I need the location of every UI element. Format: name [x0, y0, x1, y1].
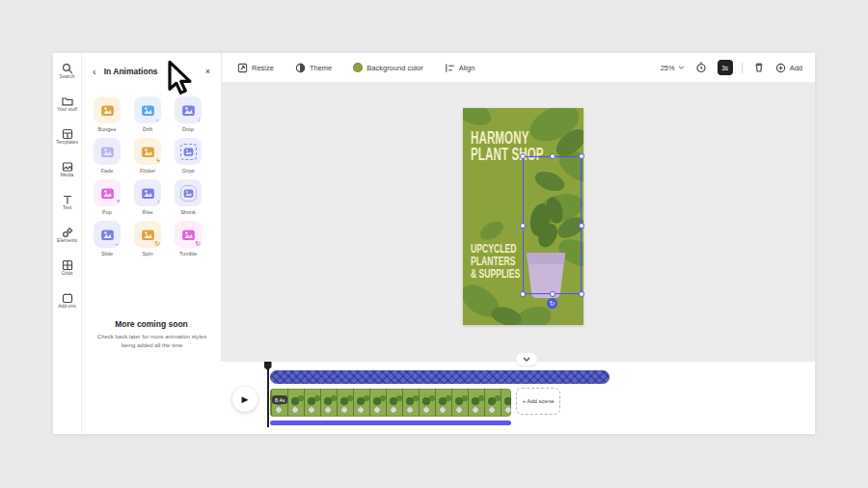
- plus-circle-icon: [775, 63, 786, 73]
- animation-tile-spin[interactable]: ↻ Spin: [134, 221, 161, 257]
- selection-handle-left[interactable]: [520, 223, 526, 229]
- drop-icon: ↓: [175, 96, 202, 123]
- pop-icon: *: [94, 179, 121, 206]
- playhead[interactable]: [267, 364, 269, 427]
- animation-tile-rise[interactable]: ↑ Rise: [134, 179, 161, 215]
- selection-handle-top[interactable]: [550, 153, 556, 159]
- text-icon: [62, 192, 73, 203]
- background-color-swatch: [353, 63, 363, 72]
- scene-filmstrip[interactable]: [270, 389, 511, 417]
- left-rail: Search Your stuff Templates Media Text E…: [53, 53, 82, 434]
- add-ons-icon: [62, 290, 73, 302]
- media-icon: [62, 159, 73, 171]
- sidebar-item-your-stuff[interactable]: Your stuff: [53, 94, 82, 126]
- animation-tile-grow[interactable]: Grow: [175, 138, 202, 174]
- drift-icon: →: [134, 96, 161, 123]
- sidebar-item-grids[interactable]: Grids: [53, 258, 82, 290]
- animation-tile-grid: Bungee → Drift ↓ Drop: [94, 96, 202, 257]
- align-button[interactable]: Align: [445, 63, 475, 73]
- top-toolbar: Resize Theme Background color Align 25%: [222, 53, 815, 82]
- tumble-icon: ↻: [175, 221, 202, 248]
- app-window: Search Your stuff Templates Media Text E…: [53, 53, 815, 434]
- more-coming-soon-heading: More coming soon: [82, 319, 221, 329]
- toolbar-divider: [742, 62, 743, 74]
- animation-tile-tumble[interactable]: ↻ Tumble: [175, 221, 202, 257]
- fade-icon: [94, 138, 121, 165]
- add-scene-button[interactable]: + Add scene: [516, 388, 560, 415]
- shrink-icon: [175, 179, 202, 206]
- add-button[interactable]: Add: [775, 63, 802, 73]
- selection-handle-bottom-right[interactable]: [579, 291, 584, 297]
- theme-button[interactable]: Theme: [295, 63, 332, 73]
- theme-icon: [295, 63, 306, 73]
- search-icon: [62, 61, 73, 72]
- toolbar-left-group: Resize Theme Background color Align: [237, 63, 475, 73]
- sidebar-item-templates[interactable]: Templates: [53, 126, 82, 159]
- spin-icon: ↻: [134, 221, 161, 248]
- scene-progress-bar[interactable]: [270, 420, 511, 425]
- templates-icon: [62, 126, 73, 138]
- selection-handle-bottom-left[interactable]: [520, 291, 526, 297]
- panel-header: ‹ In Animations ×: [82, 62, 221, 81]
- elements-icon: [62, 225, 73, 236]
- folder-icon: [62, 94, 73, 105]
- flicker-icon: ϟ: [134, 138, 161, 165]
- grow-icon: [175, 138, 202, 165]
- screen: Search Your stuff Templates Media Text E…: [0, 0, 868, 488]
- timeline-collapse-button[interactable]: [516, 353, 537, 366]
- bungee-icon: [94, 96, 121, 123]
- timer-button[interactable]: [693, 60, 709, 75]
- play-button[interactable]: ▶: [232, 387, 258, 412]
- resize-icon: [237, 63, 248, 73]
- selection-handle-right[interactable]: [579, 223, 584, 229]
- sidebar-item-text[interactable]: Text: [53, 192, 82, 225]
- back-button[interactable]: ‹: [93, 67, 96, 76]
- duration-badge-button[interactable]: 3s: [718, 60, 733, 75]
- toolbar-right-group: 25% 3s Add: [661, 60, 802, 75]
- rise-icon: ↑: [134, 179, 161, 206]
- selection-handle-top-left[interactable]: [520, 153, 526, 159]
- animation-track[interactable]: [270, 370, 610, 384]
- animation-tile-drop[interactable]: ↓ Drop: [175, 96, 202, 132]
- scene-duration-badge: 8.4s: [272, 395, 287, 404]
- sidebar-item-elements[interactable]: Elements: [53, 225, 82, 258]
- animation-tile-fade[interactable]: Fade: [94, 138, 121, 174]
- selection-handle-top-right[interactable]: [579, 153, 584, 159]
- poster-subtitle-text[interactable]: UPCYCLED PLANTERS & SUPPLIES: [471, 241, 520, 279]
- animation-tile-drift[interactable]: → Drift: [134, 96, 161, 132]
- selection-box[interactable]: ↻: [523, 156, 582, 294]
- zoom-control[interactable]: 25%: [661, 64, 685, 72]
- playhead-handle[interactable]: [264, 362, 272, 370]
- panel-title: In Animations: [104, 67, 158, 76]
- sidebar-item-search[interactable]: Search: [53, 61, 82, 94]
- timeline: ▶ 8.4s + Add scene: [82, 362, 815, 434]
- selection-handle-bottom[interactable]: [550, 291, 556, 297]
- animation-tile-shrink[interactable]: Shrink: [175, 179, 202, 215]
- panel-close-button[interactable]: ×: [205, 67, 210, 76]
- animation-tile-pop[interactable]: * Pop: [94, 179, 121, 215]
- chevron-down-icon: [523, 357, 530, 362]
- align-icon: [445, 63, 455, 73]
- animation-tile-slide[interactable]: → Slide: [94, 221, 121, 257]
- delete-button[interactable]: [751, 60, 767, 75]
- sidebar-item-media[interactable]: Media: [53, 159, 82, 192]
- background-color-button[interactable]: Background color: [353, 63, 422, 72]
- rotate-handle-icon[interactable]: ↻: [547, 298, 557, 309]
- chevron-down-icon: [678, 66, 685, 69]
- grids-icon: [62, 258, 73, 269]
- canvas-area: HARMONY PLANT SHOP UPCYCLED PLANTERS & S…: [222, 82, 815, 362]
- animation-tile-bungee[interactable]: Bungee: [94, 96, 121, 132]
- timer-icon: [695, 62, 707, 73]
- sidebar-item-add-ons[interactable]: Add-ons: [53, 290, 82, 323]
- resize-button[interactable]: Resize: [237, 63, 274, 73]
- more-coming-soon-caption: Check back later for more animation styl…: [90, 333, 214, 349]
- animation-tile-flicker[interactable]: ϟ Flicker: [134, 138, 161, 174]
- trash-icon: [753, 62, 765, 73]
- slide-icon: →: [94, 221, 121, 248]
